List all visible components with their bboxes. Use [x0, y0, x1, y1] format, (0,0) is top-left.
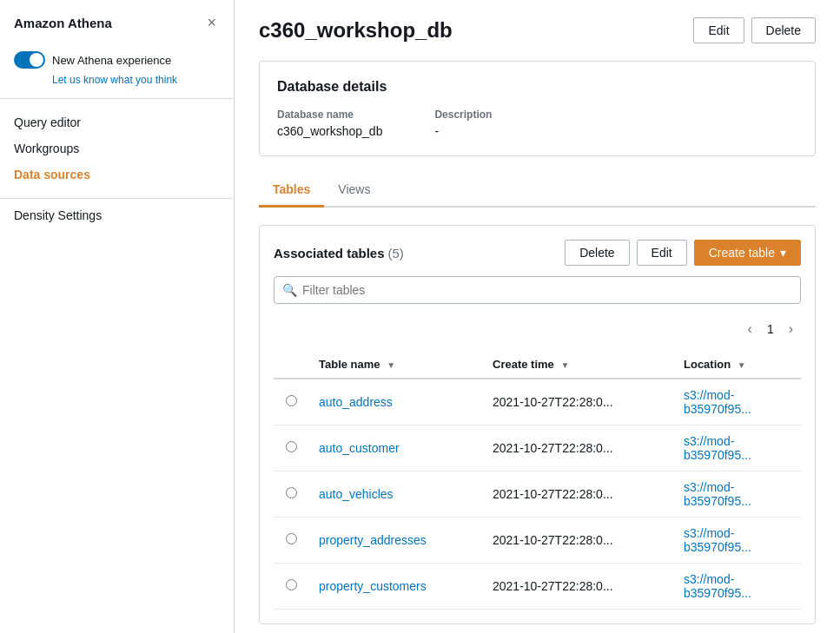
- location-link-auto_address[interactable]: s3://mod-b35970f95...: [684, 388, 751, 416]
- search-box: 🔍: [274, 276, 801, 304]
- col-header-create-time[interactable]: Create time ▼: [482, 351, 673, 379]
- tables-section: Associated tables (5) Delete Edit Create…: [259, 225, 816, 624]
- location-link-auto_customer[interactable]: s3://mod-b35970f95...: [684, 434, 751, 462]
- tables-data-table: Table name ▼ Create time ▼ Location ▼: [274, 351, 801, 610]
- content-tabs: Tables Views: [259, 174, 816, 208]
- delete-db-button[interactable]: Delete: [751, 17, 816, 43]
- database-details-card: Database details Database name c360_work…: [259, 61, 816, 156]
- tables-count: (5): [387, 246, 403, 260]
- table-name-link-property_addresses[interactable]: property_addresses: [319, 533, 427, 547]
- close-button[interactable]: ×: [203, 14, 220, 32]
- row-location: s3://mod-b35970f95...: [673, 379, 801, 425]
- sort-table-name-icon: ▼: [387, 360, 395, 370]
- sidebar-item-workgroups[interactable]: Workgroups: [0, 135, 234, 162]
- main-content: c360_workshop_db Edit Delete Database de…: [235, 0, 840, 633]
- row-create-time: 2021-10-27T22:28:0...: [482, 564, 673, 610]
- tab-tables[interactable]: Tables: [259, 174, 324, 208]
- col-header-location[interactable]: Location ▼: [673, 351, 801, 379]
- db-details-title: Database details: [277, 79, 797, 95]
- row-radio-cell: [274, 425, 308, 471]
- db-fields: Database name c360_workshop_db Descripti…: [277, 109, 797, 138]
- sidebar: Amazon Athena × New Athena experience Le…: [0, 0, 235, 633]
- db-description-field: Description -: [434, 109, 492, 138]
- edit-table-button[interactable]: Edit: [637, 240, 687, 266]
- db-description-value: -: [434, 124, 492, 138]
- table-row: auto_address 2021-10-27T22:28:0... s3://…: [274, 379, 801, 425]
- toggle-subtext[interactable]: Let us know what you think: [0, 74, 234, 95]
- row-location: s3://mod-b35970f95...: [673, 471, 801, 518]
- row-radio-cell: [274, 471, 308, 518]
- page-title: c360_workshop_db: [259, 18, 453, 43]
- sidebar-item-density[interactable]: Density Settings: [0, 202, 234, 228]
- row-radio-auto_vehicles[interactable]: [286, 487, 297, 498]
- dropdown-arrow-icon: ▾: [780, 246, 786, 260]
- sidebar-item-data-sources[interactable]: Data sources: [0, 162, 234, 188]
- db-description-label: Description: [434, 109, 492, 121]
- table-row: property_customers 2021-10-27T22:28:0...…: [274, 564, 801, 610]
- table-name-link-auto_vehicles[interactable]: auto_vehicles: [319, 487, 394, 501]
- sidebar-header: Amazon Athena ×: [0, 0, 234, 43]
- new-experience-toggle[interactable]: [14, 51, 45, 69]
- row-table-name: auto_vehicles: [308, 471, 482, 518]
- search-icon: 🔍: [282, 283, 297, 297]
- db-name-label: Database name: [277, 109, 382, 121]
- row-location: s3://mod-b35970f95...: [673, 425, 801, 471]
- col-header-table-name[interactable]: Table name ▼: [308, 351, 482, 379]
- row-table-name: property_addresses: [308, 518, 482, 564]
- row-create-time: 2021-10-27T22:28:0...: [482, 471, 673, 518]
- table-name-link-auto_address[interactable]: auto_address: [319, 395, 393, 409]
- sort-create-time-icon: ▼: [560, 360, 569, 370]
- table-name-link-property_customers[interactable]: property_customers: [319, 579, 427, 593]
- edit-db-button[interactable]: Edit: [693, 17, 744, 43]
- tables-actions: Delete Edit Create table ▾: [565, 240, 801, 266]
- location-link-property_customers[interactable]: s3://mod-b35970f95...: [684, 572, 751, 600]
- next-page-button[interactable]: ›: [781, 318, 801, 340]
- toggle-label: New Athena experience: [52, 54, 171, 67]
- current-page: 1: [767, 322, 774, 336]
- create-table-button[interactable]: Create table ▾: [694, 240, 801, 266]
- row-table-name: auto_address: [308, 379, 482, 425]
- row-location: s3://mod-b35970f95...: [673, 564, 801, 610]
- db-name-field: Database name c360_workshop_db: [277, 109, 382, 138]
- row-location: s3://mod-b35970f95...: [673, 518, 801, 564]
- sidebar-divider-bottom: [0, 198, 234, 199]
- row-radio-property_customers[interactable]: [286, 579, 297, 590]
- page-header: c360_workshop_db Edit Delete: [259, 17, 816, 43]
- db-name-value: c360_workshop_db: [277, 124, 382, 138]
- toggle-row: New Athena experience: [0, 43, 234, 74]
- row-radio-cell: [274, 564, 308, 610]
- row-table-name: property_customers: [308, 564, 482, 610]
- row-radio-property_addresses[interactable]: [286, 533, 297, 544]
- row-radio-auto_address[interactable]: [286, 395, 297, 406]
- table-row: property_addresses 2021-10-27T22:28:0...…: [274, 518, 801, 564]
- sidebar-nav: Query editor Workgroups Data sources: [0, 102, 234, 195]
- sort-location-icon: ▼: [737, 360, 746, 370]
- table-header-row: Table name ▼ Create time ▼ Location ▼: [274, 351, 801, 379]
- sidebar-title: Amazon Athena: [14, 16, 112, 30]
- row-create-time: 2021-10-27T22:28:0...: [482, 425, 673, 471]
- header-buttons: Edit Delete: [693, 17, 816, 43]
- prev-page-button[interactable]: ‹: [740, 318, 760, 340]
- sidebar-item-query-editor[interactable]: Query editor: [0, 109, 234, 135]
- table-row: auto_customer 2021-10-27T22:28:0... s3:/…: [274, 425, 801, 471]
- row-radio-cell: [274, 518, 308, 564]
- sidebar-divider: [0, 98, 234, 99]
- row-create-time: 2021-10-27T22:28:0...: [482, 379, 673, 425]
- row-create-time: 2021-10-27T22:28:0...: [482, 518, 673, 564]
- pagination-row: ‹ 1 ›: [274, 314, 801, 344]
- search-input[interactable]: [274, 276, 801, 304]
- tables-header: Associated tables (5) Delete Edit Create…: [274, 240, 801, 266]
- row-radio-cell: [274, 379, 308, 425]
- location-link-property_addresses[interactable]: s3://mod-b35970f95...: [684, 526, 751, 554]
- row-table-name: auto_customer: [308, 425, 482, 471]
- tables-title: Associated tables: [274, 246, 385, 260]
- table-name-link-auto_customer[interactable]: auto_customer: [319, 441, 400, 455]
- tables-title-area: Associated tables (5): [274, 246, 404, 260]
- table-row: auto_vehicles 2021-10-27T22:28:0... s3:/…: [274, 471, 801, 518]
- tab-views[interactable]: Views: [324, 174, 384, 208]
- row-radio-auto_customer[interactable]: [286, 441, 297, 452]
- search-row: 🔍: [274, 276, 801, 304]
- delete-table-button[interactable]: Delete: [565, 240, 629, 266]
- col-header-radio: [274, 351, 308, 379]
- location-link-auto_vehicles[interactable]: s3://mod-b35970f95...: [684, 480, 751, 508]
